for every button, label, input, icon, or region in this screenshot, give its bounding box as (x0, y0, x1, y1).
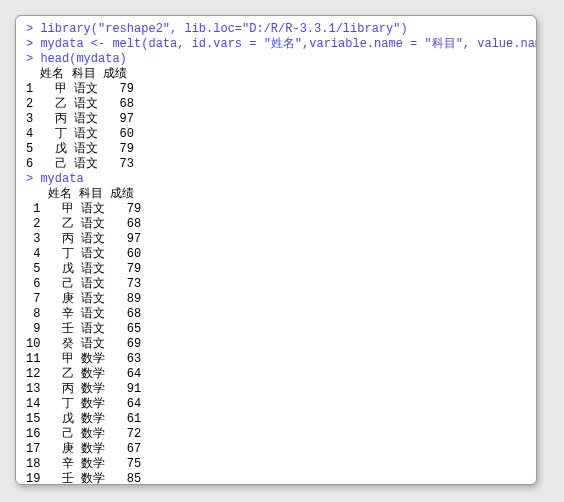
console-content: > library("reshape2", lib.loc="D:/R/R-3.… (26, 22, 526, 485)
r-console-window[interactable]: > library("reshape2", lib.loc="D:/R/R-3.… (15, 15, 537, 485)
